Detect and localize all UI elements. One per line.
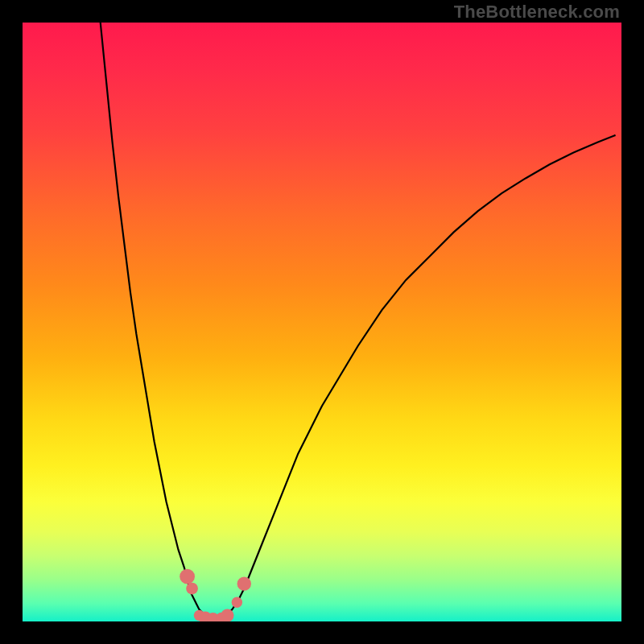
plot-area — [23, 23, 621, 621]
chart-frame: TheBottleneck.com — [0, 0, 644, 644]
watermark-text: TheBottleneck.com — [454, 2, 620, 23]
data-marker — [186, 583, 198, 595]
data-marker — [237, 576, 251, 590]
curve-left-branch — [101, 23, 214, 618]
curve-layer — [23, 23, 621, 621]
curve-right-branch — [221, 135, 616, 618]
data-marker — [180, 569, 195, 584]
data-marker — [232, 597, 242, 607]
data-marker — [221, 609, 233, 621]
